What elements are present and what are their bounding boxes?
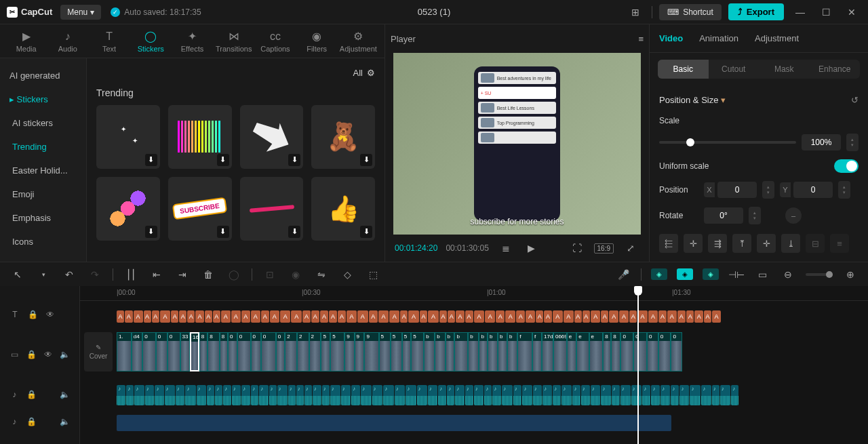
eye-icon[interactable]: 👁 xyxy=(45,310,56,319)
audio-clip[interactable] xyxy=(117,385,125,405)
tool-8[interactable]: ◉ xyxy=(288,266,304,283)
tool-6[interactable]: ◯ xyxy=(226,266,242,283)
audio-track-icon[interactable]: ♪ xyxy=(9,390,20,399)
video-clip[interactable]: 9 xyxy=(344,332,354,371)
video-clip[interactable]: 33 xyxy=(180,332,191,371)
aspect-ratio[interactable]: 16:9 xyxy=(594,243,614,254)
minimize-button[interactable]: — xyxy=(791,4,810,20)
maximize-button[interactable]: ☐ xyxy=(816,4,835,20)
sticker-item[interactable]: 👍⬇ xyxy=(311,177,375,241)
audio-clip[interactable] xyxy=(712,385,719,405)
audio-clip[interactable] xyxy=(165,385,175,405)
caption-clip[interactable]: A xyxy=(564,310,574,323)
list-icon[interactable]: ≣ xyxy=(497,239,515,257)
audio-clip[interactable] xyxy=(671,385,679,405)
video-clip[interactable]: 0669 xyxy=(553,332,567,371)
caption-clip[interactable]: A xyxy=(270,310,279,323)
caption-clip[interactable]: A xyxy=(160,310,170,323)
caption-clip[interactable]: A xyxy=(601,310,608,323)
scale-input[interactable] xyxy=(802,134,841,150)
video-clip[interactable]: 5 xyxy=(321,332,330,371)
video-preview[interactable]: Best adventures in my life + SU Best Lif… xyxy=(393,53,641,235)
video-clip[interactable]: 0 xyxy=(261,332,276,371)
caption-clip[interactable]: A xyxy=(408,310,418,323)
caption-clip[interactable]: A xyxy=(251,310,261,323)
caption-clip[interactable]: A xyxy=(347,310,357,323)
lock-icon[interactable]: 🔒 xyxy=(26,390,37,399)
pointer-dropdown[interactable]: ▾ xyxy=(35,266,52,283)
video-clip[interactable]: 0 xyxy=(633,332,647,371)
video-clip[interactable]: 5 xyxy=(391,332,402,371)
category-stickers[interactable]: ▸ Stickers xyxy=(0,87,86,111)
audio-clip[interactable] xyxy=(572,385,580,405)
caption-clip[interactable]: A xyxy=(637,310,648,323)
download-icon[interactable]: ⬇ xyxy=(145,154,157,166)
media-tab-media[interactable]: ▶Media xyxy=(5,24,47,58)
video-clip[interactable]: 0 xyxy=(647,332,658,371)
video-clip[interactable]: 8 xyxy=(220,332,228,371)
caption-clip[interactable]: A xyxy=(117,310,124,323)
caption-clip[interactable]: A xyxy=(357,310,368,323)
audio-clip[interactable] xyxy=(660,385,670,405)
caption-clip[interactable]: A xyxy=(389,310,399,323)
caption-clip[interactable]: A xyxy=(456,310,464,323)
audio-clip[interactable] xyxy=(642,385,650,405)
video-clip[interactable]: e xyxy=(567,332,577,371)
caption-clip[interactable]: A xyxy=(420,310,428,323)
caption-clip[interactable]: A xyxy=(583,310,590,323)
sticker-item[interactable]: ⬇ xyxy=(96,105,160,169)
align-bottom-button[interactable]: ⤓ xyxy=(781,234,800,253)
layout-icon[interactable]: ⊞ xyxy=(626,4,645,20)
caption-clip[interactable]: A xyxy=(213,310,220,323)
caption-clip[interactable]: A xyxy=(658,310,667,323)
audio-clip[interactable] xyxy=(690,385,701,405)
audio-clip[interactable] xyxy=(259,385,269,405)
trim-right-tool[interactable]: ⇥ xyxy=(174,266,191,283)
video-clip[interactable]: 0 xyxy=(658,332,671,371)
audio-clip[interactable] xyxy=(395,385,405,405)
video-clip[interactable]: 8 xyxy=(611,332,620,371)
export-button[interactable]: ⤴ Export xyxy=(728,3,784,20)
video-clip[interactable]: 0 xyxy=(156,332,167,371)
caption-clip[interactable]: A xyxy=(648,310,658,323)
audio-clip[interactable] xyxy=(207,385,214,405)
inspector-tab-animation[interactable]: Animation xyxy=(699,33,738,43)
inspector-tab-adjustment[interactable]: Adjustment xyxy=(755,33,799,43)
download-icon[interactable]: ⬇ xyxy=(217,226,229,238)
caption-clip[interactable]: A xyxy=(591,310,600,323)
inspector-tab-video[interactable]: Video xyxy=(659,33,683,43)
position-y-input[interactable] xyxy=(793,182,833,198)
caption-clip[interactable]: A xyxy=(378,310,389,323)
caption-clip[interactable]: A xyxy=(619,310,629,323)
audio-clip[interactable] xyxy=(553,385,561,405)
video-clip[interactable]: 5 xyxy=(411,332,424,371)
audio-clip[interactable] xyxy=(383,385,394,405)
caption-clip[interactable]: A xyxy=(516,310,525,323)
audio-clip[interactable] xyxy=(351,385,360,405)
align-button-7[interactable]: ⊟ xyxy=(806,234,825,253)
media-tab-text[interactable]: TText xyxy=(88,24,130,58)
audio-clip[interactable] xyxy=(215,385,222,405)
download-icon[interactable]: ⬇ xyxy=(288,226,300,238)
caption-clip[interactable]: A xyxy=(448,310,455,323)
download-icon[interactable]: ⬇ xyxy=(145,226,157,238)
audio-clip[interactable] xyxy=(581,385,590,405)
caption-clip[interactable]: A xyxy=(428,310,438,323)
download-icon[interactable]: ⬇ xyxy=(360,226,372,238)
caption-clip[interactable]: A xyxy=(536,310,544,323)
caption-clip[interactable]: A xyxy=(187,310,195,323)
audio-clip[interactable] xyxy=(428,385,437,405)
music-track[interactable] xyxy=(80,415,868,435)
undo-button[interactable]: ↶ xyxy=(61,266,77,283)
audio-clip[interactable] xyxy=(361,385,372,405)
video-clip[interactable]: f xyxy=(517,332,532,371)
video-clip[interactable]: 0 xyxy=(620,332,633,371)
crop-icon[interactable]: ⛶ xyxy=(568,239,586,257)
mode-chip-3[interactable]: ◈ xyxy=(703,268,719,280)
lock-icon[interactable]: 🔒 xyxy=(27,310,38,319)
media-tab-stickers[interactable]: ◯Stickers xyxy=(130,24,172,58)
sticker-item[interactable]: ⬇ xyxy=(240,105,304,169)
video-clip[interactable]: 9 xyxy=(364,332,378,371)
caption-clip[interactable]: A xyxy=(465,310,473,323)
caption-clip[interactable]: A xyxy=(400,310,408,323)
